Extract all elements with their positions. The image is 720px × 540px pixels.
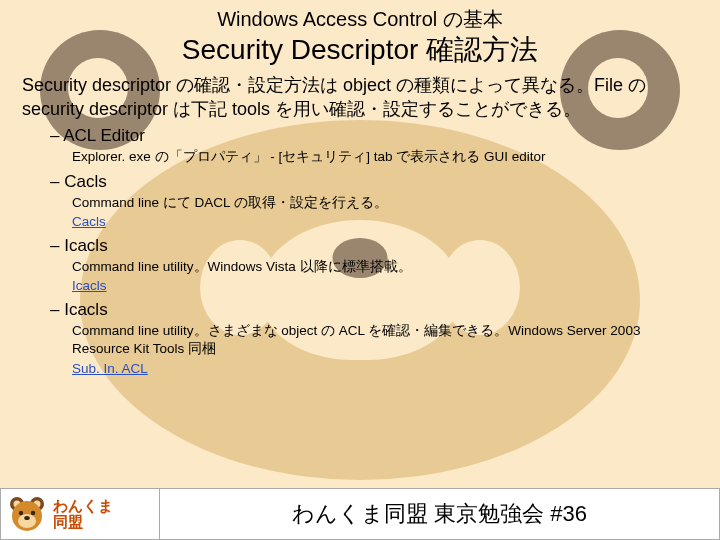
list-item: ACL Editor Explorer. exe の「プロパティ」 - [セキュ… bbox=[50, 126, 698, 166]
footer-text: わんくま同盟 東京勉強会 #36 bbox=[160, 488, 720, 540]
bear-icon bbox=[7, 494, 47, 534]
badge-line-2: 同盟 bbox=[53, 514, 113, 530]
svg-point-8 bbox=[24, 516, 30, 520]
svg-point-6 bbox=[19, 511, 23, 515]
slide-title: Security Descriptor 確認方法 bbox=[22, 31, 698, 69]
lead-paragraph: Security descriptor の確認・設定方法は object の種類… bbox=[22, 73, 698, 122]
tool-desc: Command line utility。Windows Vista 以降に標準… bbox=[72, 258, 698, 276]
list-item: Cacls Command line にて DACL の取得・設定を行える。 C… bbox=[50, 172, 698, 230]
tool-link[interactable]: Icacls bbox=[72, 278, 107, 293]
tool-link[interactable]: Cacls bbox=[72, 214, 106, 229]
tool-desc: Command line utility。さまざまな object の ACL … bbox=[72, 322, 698, 358]
tool-desc: Explorer. exe の「プロパティ」 - [セキュリティ] tab で表… bbox=[72, 148, 698, 166]
tool-name: Icacls bbox=[50, 300, 698, 320]
tool-list: ACL Editor Explorer. exe の「プロパティ」 - [セキュ… bbox=[50, 126, 698, 377]
tool-desc: Command line にて DACL の取得・設定を行える。 bbox=[72, 194, 698, 212]
tool-name: Icacls bbox=[50, 236, 698, 256]
svg-point-7 bbox=[31, 511, 35, 515]
tool-name: Cacls bbox=[50, 172, 698, 192]
list-item: Icacls Command line utility。さまざまな object… bbox=[50, 300, 698, 376]
badge-line-1: わんくま bbox=[53, 498, 113, 514]
list-item: Icacls Command line utility。Windows Vist… bbox=[50, 236, 698, 294]
logo-badge: わんくま 同盟 bbox=[0, 488, 160, 540]
tool-link[interactable]: Sub. In. ACL bbox=[72, 361, 148, 376]
tool-name: ACL Editor bbox=[50, 126, 698, 146]
slide-supertitle: Windows Access Control の基本 bbox=[22, 6, 698, 33]
